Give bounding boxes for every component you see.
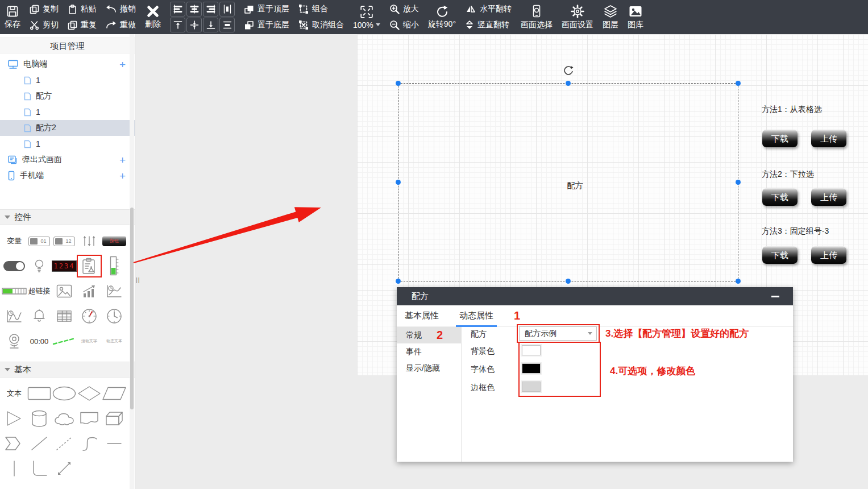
method2-download-button[interactable]: 下载 (762, 188, 798, 206)
shape-triangle[interactable] (2, 406, 27, 431)
control-sliders[interactable] (77, 229, 102, 254)
tree-item-page-3[interactable]: 1 (0, 136, 135, 152)
rotate-button[interactable]: 旋转90° (428, 5, 456, 30)
shape-corner[interactable] (27, 456, 52, 481)
control-webcam[interactable] (2, 329, 27, 354)
shape-cylinder[interactable] (27, 406, 52, 431)
layers-button[interactable]: 图层 (603, 5, 618, 30)
rotate-handle-icon[interactable] (563, 65, 574, 78)
control-clock[interactable] (102, 304, 127, 329)
sidebar-splitter-handle[interactable]: || (136, 276, 140, 283)
shape-dotted-line[interactable] (52, 431, 77, 456)
control-switch-01[interactable]: 01 (27, 229, 52, 254)
tree-item-mobile[interactable]: 手机端 + (0, 168, 135, 184)
controls-section-header[interactable]: 控件 (0, 209, 135, 225)
scrollbar-thumb[interactable] (130, 208, 134, 409)
tree-item-recipe2-selected[interactable]: 配方2 (0, 120, 135, 136)
minimize-button[interactable] (771, 296, 779, 297)
copy-button[interactable]: 复制 (30, 2, 59, 16)
control-digital-display[interactable]: 1234 (52, 254, 77, 279)
sidebar-scrollbar[interactable] (130, 34, 134, 489)
method1-title[interactable]: 方法1：从表格选 (762, 105, 822, 115)
paste-button[interactable]: 粘贴 (68, 2, 97, 16)
shape-diamond[interactable] (77, 381, 102, 406)
control-bar-chart[interactable] (77, 279, 102, 304)
flip-h-button[interactable]: 水平翻转 (465, 2, 512, 16)
method1-upload-button[interactable]: 上传 (811, 130, 846, 147)
resize-handle-nw[interactable] (396, 81, 401, 86)
cut-button[interactable]: 剪切 (30, 18, 59, 32)
shape-chevron-arrow[interactable] (2, 431, 27, 456)
method3-upload-button[interactable]: 上传 (811, 246, 846, 264)
shape-cube[interactable] (102, 406, 127, 431)
tree-item-page-2[interactable]: 1 (0, 104, 135, 120)
basic-section-header[interactable]: 基本 (0, 362, 135, 378)
shape-vertical-line[interactable] (2, 456, 27, 481)
add-screen-button[interactable]: + (119, 59, 126, 70)
zoom-out-button[interactable]: 缩小 (389, 18, 419, 32)
control-alarm-bell[interactable] (27, 304, 52, 329)
resize-handle-ne[interactable] (736, 81, 741, 86)
nav-events[interactable]: 事件 (397, 343, 461, 360)
undo-button[interactable]: 撤销 (106, 2, 136, 16)
repeat-button[interactable]: 重复 (68, 18, 97, 32)
tab-basic-properties[interactable]: 基本属性 (405, 305, 439, 327)
control-table[interactable] (52, 304, 77, 329)
control-timer[interactable]: 00:00 (27, 329, 52, 354)
send-back-button[interactable]: 置于底层 (244, 18, 289, 32)
control-progress-bar[interactable] (2, 279, 27, 304)
gallery-button[interactable]: 图库 (628, 5, 643, 30)
control-indicator-lamp[interactable] (27, 254, 52, 279)
shape-text[interactable]: 文本 (2, 381, 27, 406)
nav-show-hide[interactable]: 显示/隐藏 (397, 360, 461, 376)
method3-title[interactable]: 方法3：固定组号-3 (762, 226, 829, 237)
align-middle-v-button[interactable] (186, 18, 202, 32)
control-realtime-trend[interactable] (2, 304, 27, 329)
zoom-in-button[interactable]: 放大 (389, 2, 419, 16)
shape-double-arrow[interactable] (52, 456, 77, 481)
method2-upload-button[interactable]: 上传 (811, 188, 846, 206)
resize-handle-s[interactable] (566, 279, 571, 284)
shape-ellipse[interactable] (52, 381, 77, 406)
resize-handle-e[interactable] (736, 180, 741, 185)
tree-item-popup[interactable]: 弹出式画面 + (0, 152, 135, 168)
screen-settings-button[interactable]: 画面设置 (562, 5, 593, 30)
control-switch-12[interactable]: 12 (52, 229, 77, 254)
zoom-level-control[interactable]: 100% (353, 5, 380, 30)
resize-handle-se[interactable] (736, 279, 741, 284)
add-mobile-button[interactable]: + (119, 171, 126, 181)
method3-download-button[interactable]: 下载 (762, 246, 798, 264)
shape-curve[interactable] (77, 431, 102, 456)
control-button[interactable]: 按钮 (102, 229, 127, 254)
shape-flag[interactable] (77, 406, 102, 431)
save-button[interactable]: 保存 (5, 5, 20, 30)
control-marquee-text[interactable]: 滚动文字 (77, 329, 102, 354)
control-gauge[interactable] (77, 304, 102, 329)
shape-parallelogram[interactable] (102, 381, 127, 406)
shape-short-line[interactable] (102, 431, 127, 456)
distribute-h-button[interactable] (219, 2, 235, 16)
control-hyperlink[interactable]: 超链接 (27, 279, 52, 304)
resize-handle-w[interactable] (396, 180, 401, 185)
distribute-v-button[interactable] (219, 18, 235, 32)
resize-handle-n[interactable] (566, 81, 571, 86)
control-dynamic-text[interactable]: 动态文本 (102, 329, 127, 354)
bring-front-button[interactable]: 置于顶层 (244, 2, 289, 16)
delete-button[interactable]: 删除 (145, 5, 161, 30)
align-center-h-button[interactable] (186, 2, 202, 16)
screen-select-button[interactable]: 画面选择 (521, 5, 553, 30)
method2-title[interactable]: 方法2：下拉选 (762, 169, 814, 180)
align-top-button[interactable] (170, 18, 185, 32)
control-image[interactable] (52, 279, 77, 304)
tree-item-recipe[interactable]: 配方 (0, 88, 135, 104)
method1-download-button[interactable]: 下载 (762, 130, 798, 147)
recipe-widget-selection[interactable]: 配方 (398, 83, 738, 281)
align-right-button[interactable] (203, 2, 218, 16)
tree-item-page-1[interactable]: 1 (0, 72, 135, 88)
flip-v-button[interactable]: 竖直翻转 (465, 18, 512, 32)
control-level-gauge[interactable] (102, 254, 127, 279)
control-variable[interactable]: 变量 (2, 229, 27, 254)
tab-dynamic-properties[interactable]: 动态属性 (456, 305, 497, 327)
control-history-trend[interactable] (102, 279, 127, 304)
nav-general[interactable]: 常规 2 (397, 327, 461, 343)
